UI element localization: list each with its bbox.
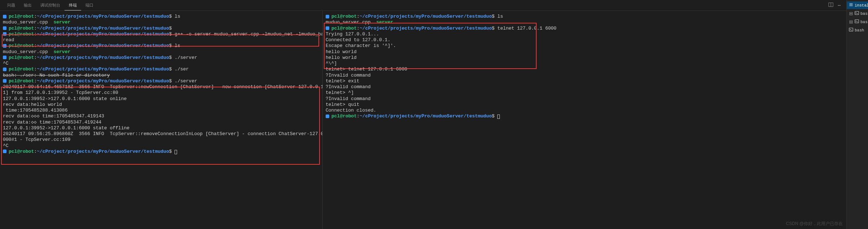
command-text: ls (175, 14, 180, 19)
output-line: recv data:hello world (3, 102, 320, 108)
output-line: muduo_server.cpp server (3, 49, 320, 55)
prompt-line: pcl@robot:~/cProject/projects/myPro/mudu… (3, 149, 320, 155)
prompt-user: pcl@robot (9, 66, 34, 72)
terminal-icon (855, 19, 859, 25)
prompt-line: pcl@robot:~/cProject/projects/myPro/mudu… (3, 26, 320, 31)
tabs-bar: 问题 输出 调试控制台 终端 端口 ⋯ (0, 0, 846, 11)
output-line: telnet> ^] (326, 90, 843, 96)
watermark: CSDN @你好，此用户已存在 (786, 221, 843, 227)
tab-problems[interactable]: 问题 (3, 0, 19, 10)
prompt-user: pcl@robot (9, 55, 34, 60)
terminal-icon (849, 27, 853, 33)
prompt-icon (3, 150, 6, 153)
output-line: hello world (326, 55, 843, 61)
prompt-user: pcl@robot (9, 149, 34, 154)
output-line: telnet> quit (326, 102, 843, 108)
prompt-icon (3, 32, 6, 36)
output-line: telnet> exit (326, 78, 843, 84)
prompt-path: ~/cProject/projects/myPro/muduoServer/te… (37, 149, 169, 154)
more-icon[interactable]: ⋯ (838, 3, 841, 8)
prompt-line: pcl@robot:~/cProject/projects/myPro/mudu… (3, 78, 320, 84)
prompt-line: pcl@robot:~/cProject/projects/myPro/mudu… (326, 113, 843, 119)
output-line: 1] from 127.0.0.1:39952 - TcpServer.cc:8… (3, 90, 320, 96)
output-line: 000#1 - TcpServer.cc:109 (3, 137, 320, 143)
prompt-line: pcl@robot:~/cProject/projects/myPro/mudu… (326, 14, 843, 20)
prompt-icon (326, 26, 329, 30)
prompt-icon (3, 68, 6, 71)
output-line: Connection closed. (326, 108, 843, 113)
output-line: read (3, 37, 320, 43)
tab-debug-console[interactable]: 调试控制台 (36, 0, 65, 10)
sidebar-item-install[interactable]: instal (847, 1, 868, 9)
prompt-user: pcl@robot (9, 26, 34, 31)
prompt-path: ~/cProject/projects/myPro/muduoServer/te… (37, 31, 169, 37)
svg-rect-2 (855, 12, 859, 15)
terminal-pane-left[interactable]: pcl@robot:~/cProject/projects/myPro/mudu… (0, 11, 323, 229)
output-line: 127.0.0.1:39952->127.0.0.1:6000 state of… (3, 125, 320, 131)
sidebar-item-label: instal (855, 3, 868, 8)
prompt-path: ~/cProject/projects/myPro/muduoServer/te… (37, 43, 169, 48)
svg-rect-4 (849, 28, 853, 31)
prompt-path: ~/cProject/projects/myPro/muduoServer/te… (37, 55, 169, 60)
svg-rect-3 (855, 20, 859, 23)
tab-terminal[interactable]: 终端 (65, 0, 81, 10)
output-line: ?Invalid command (326, 84, 843, 90)
output-line: ?Invalid command (326, 73, 843, 78)
output-line: recv data:◇◇◇ time:1705485347.419143 (3, 113, 320, 119)
sidebar-item-label: bas (860, 20, 868, 24)
terminal-container: pcl@robot:~/cProject/projects/myPro/mudu… (0, 11, 846, 229)
output-line: Trying 127.0.0.1... (326, 31, 843, 37)
split-top-icon (849, 11, 853, 16)
terminal-icon (855, 11, 859, 16)
terminal-group-sidebar: instal bas bas bash (846, 0, 868, 229)
prompt-user: pcl@robot (9, 14, 34, 19)
prompt-path: ~/cProject/projects/myPro/muduoServer/te… (37, 78, 169, 84)
output-line: telnet> telnet 127.0.0.1 6000 (326, 66, 843, 72)
cursor (175, 150, 177, 154)
command-text: g++ -o server muduo_server.cpp -lmuduo_n… (175, 31, 323, 37)
command-text: ./server (175, 78, 197, 84)
terminal-pane-right[interactable]: pcl@robot:~/cProject/projects/myPro/mudu… (323, 11, 846, 229)
sidebar-item-bash-3[interactable]: bash (847, 26, 868, 34)
prompt-line: pcl@robot:~/cProject/projects/myPro/mudu… (3, 66, 320, 72)
output-line: Escape character is '^]'. (326, 43, 843, 49)
prompt-icon (3, 26, 6, 30)
split-bottom-icon (849, 20, 853, 24)
command-text: ./ser (175, 66, 189, 72)
output-line: Connected to 127.0.0.1. (326, 37, 843, 43)
tab-output[interactable]: 输出 (19, 0, 36, 10)
tab-ports[interactable]: 端口 (81, 0, 98, 10)
split-layout-icon[interactable] (828, 2, 833, 9)
prompt-line: pcl@robot:~/cProject/projects/myPro/mudu… (3, 43, 320, 49)
prompt-user: pcl@robot (331, 26, 357, 31)
sidebar-item-bash-2[interactable]: bas (847, 18, 868, 26)
output-line: bash: ./ser: No such file or directory (3, 73, 320, 78)
prompt-line: pcl@robot:~/cProject/projects/myPro/mudu… (3, 31, 320, 37)
output-line: ?Invalid command (326, 96, 843, 102)
output-line: hello world (326, 49, 843, 55)
prompt-icon (326, 15, 329, 18)
prompt-icon (3, 44, 6, 48)
prompt-path: ~/cProject/projects/myPro/muduoServer/te… (37, 66, 169, 72)
prompt-icon (3, 15, 6, 18)
prompt-user: pcl@robot (9, 43, 34, 48)
prompt-path: ~/cProject/projects/myPro/muduoServer/te… (37, 26, 169, 31)
output-line: muduo_server.cpp server (3, 20, 320, 25)
prompt-path: ~/cProject/projects/myPro/muduoServer/te… (360, 14, 492, 19)
command-text: ./server (175, 55, 197, 60)
output-line: 20240117 09:56:25.896860Z 3566 INFO TcpS… (3, 131, 320, 137)
sidebar-item-bash-1[interactable]: bas (847, 10, 868, 17)
prompt-icon (3, 79, 6, 83)
command-text: telnet 127.0.0.1 6000 (497, 26, 556, 31)
prompt-user: pcl@robot (331, 14, 357, 19)
main-panel: 问题 输出 调试控制台 终端 端口 ⋯ pcl@robot:~/cProject… (0, 0, 846, 229)
terminal-toolbar: ⋯ (828, 2, 843, 9)
prompt-path: ~/cProject/projects/myPro/muduoServer/te… (360, 26, 492, 31)
output-line: 20240117 09:54:16.465718Z 3566 INFO TcpS… (3, 84, 320, 90)
prompt-path: ~/cProject/projects/myPro/muduoServer/te… (360, 113, 492, 119)
prompt-line: pcl@robot:~/cProject/projects/myPro/mudu… (3, 14, 320, 20)
sidebar-item-label: bash (855, 28, 864, 33)
output-line: ^C (3, 61, 320, 66)
command-text: ls (497, 14, 503, 19)
prompt-user: pcl@robot (331, 113, 357, 119)
